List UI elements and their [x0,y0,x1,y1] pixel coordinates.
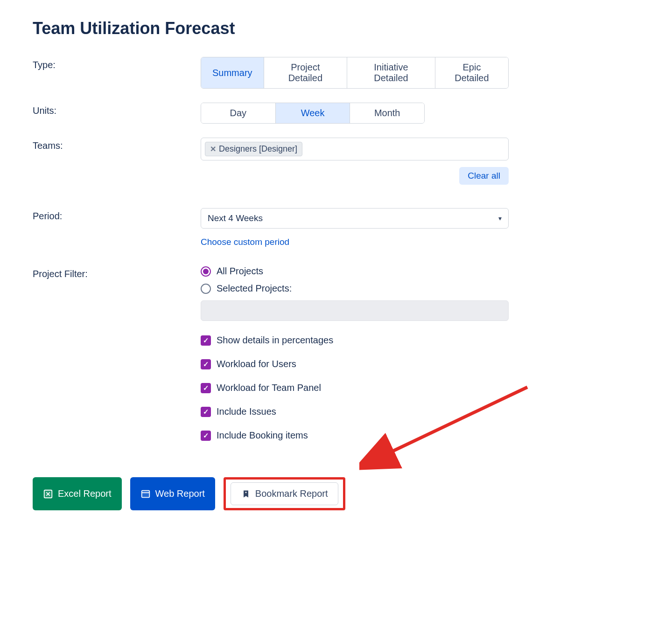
clear-all-button[interactable]: Clear all [459,167,509,185]
label-units: Units: [33,103,201,116]
svg-rect-1 [141,490,149,497]
checkbox-percentages[interactable]: ✓ Show details in percentages [201,335,509,346]
checkbox-include-issues-label: Include Issues [217,406,276,417]
radio-selected-projects[interactable]: Selected Projects: [201,283,509,294]
excel-report-label: Excel Report [58,488,112,499]
excel-icon [43,489,53,499]
checkbox-include-issues[interactable]: ✓ Include Issues [201,406,509,417]
checkmark-icon: ✓ [201,383,211,393]
radio-all-projects-label: All Projects [217,266,263,277]
checkbox-include-booking[interactable]: ✓ Include Booking items [201,430,509,441]
selected-projects-input [201,300,509,321]
choose-custom-period-link[interactable]: Choose custom period [201,237,289,247]
label-type: Type: [33,57,201,70]
label-project-filter: Project Filter: [33,266,201,279]
checkmark-icon: ✓ [201,335,211,346]
label-teams: Teams: [33,138,201,151]
team-tag-label: Designers [Designer] [219,144,297,154]
label-period: Period: [33,208,201,222]
units-option-week[interactable]: Week [276,103,350,123]
checkmark-icon: ✓ [201,359,211,369]
excel-report-button[interactable]: Excel Report [33,477,122,510]
radio-icon [201,266,211,277]
period-select[interactable]: Next 4 Weeks ▾ [201,208,509,229]
type-option-epic-detailed[interactable]: Epic Detailed [435,57,508,88]
type-option-project-detailed[interactable]: Project Detailed [264,57,348,88]
units-option-month[interactable]: Month [350,103,424,123]
teams-input[interactable]: ✕ Designers [Designer] [201,138,509,160]
checkbox-workload-team[interactable]: ✓ Workload for Team Panel [201,383,509,393]
bookmark-report-button[interactable]: Bookmark Report [231,482,339,505]
browser-icon [140,489,151,499]
period-selected-value: Next 4 Weeks [208,213,263,223]
checkbox-workload-users[interactable]: ✓ Workload for Users [201,359,509,369]
web-report-button[interactable]: Web Report [130,477,215,510]
remove-tag-icon[interactable]: ✕ [210,145,216,153]
units-button-group: Day Week Month [201,103,425,124]
chevron-down-icon: ▾ [498,215,502,222]
type-option-summary[interactable]: Summary [201,57,264,88]
checkbox-workload-users-label: Workload for Users [217,359,296,369]
radio-selected-projects-label: Selected Projects: [217,283,292,294]
checkmark-icon: ✓ [201,407,211,417]
units-option-day[interactable]: Day [201,103,276,123]
checkmark-icon: ✓ [201,431,211,441]
checkbox-percentages-label: Show details in percentages [217,335,333,346]
checkbox-include-booking-label: Include Booking items [217,430,308,441]
annotation-highlight: Bookmark Report [224,477,346,510]
team-tag: ✕ Designers [Designer] [205,142,302,156]
bookmark-icon [241,489,251,499]
bookmark-report-label: Bookmark Report [255,488,328,499]
radio-icon [201,284,211,294]
checkbox-workload-team-label: Workload for Team Panel [217,383,321,393]
type-option-initiative-detailed[interactable]: Initiative Detailed [347,57,435,88]
web-report-label: Web Report [155,488,205,499]
type-button-group: Summary Project Detailed Initiative Deta… [201,57,509,89]
page-title: Team Utilization Forecast [33,19,639,38]
radio-all-projects[interactable]: All Projects [201,266,509,277]
